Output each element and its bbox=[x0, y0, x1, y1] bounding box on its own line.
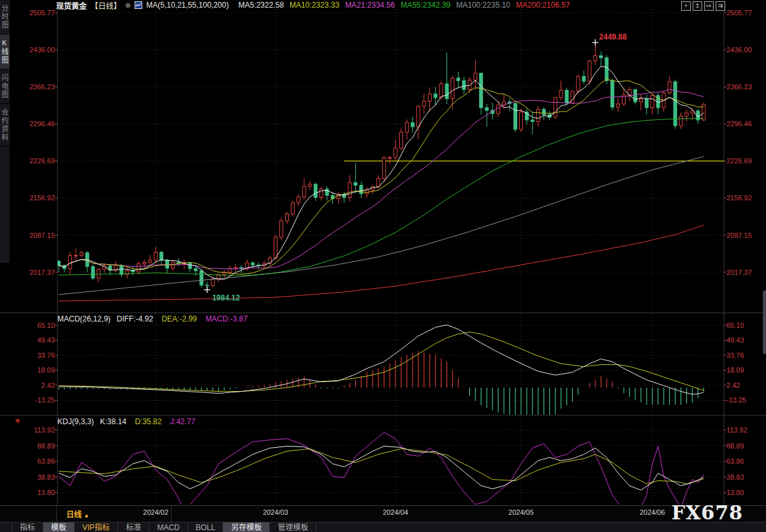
kdj-axis-label-right: 13.80 bbox=[726, 489, 744, 496]
macd-axis-label-left: -13.25 bbox=[15, 396, 55, 404]
ma-legend-value: MA5:2322.58 bbox=[239, 1, 284, 10]
date-axis-label: 2024/03 bbox=[263, 508, 288, 516]
ma-legend-value: MA55:2342.39 bbox=[401, 1, 450, 10]
macd-axis-label-right: 49.43 bbox=[726, 336, 744, 344]
ma-legend: MA5:2322.58MA10:2323.33MA21:2334.56MA55:… bbox=[233, 1, 570, 10]
date-axis-label: 2024/06 bbox=[640, 508, 665, 516]
ma-legend-value: MA10:2323.33 bbox=[290, 1, 339, 10]
chart-header: 现货黄金 【日线】 ⊕ MA(5,10,21,55,100,200) MA5:2… bbox=[56, 1, 570, 10]
period-label: 日线 bbox=[66, 510, 82, 519]
kdj-j-value: J:42.77 bbox=[170, 417, 195, 426]
kdj-axis-label-right: 38.83 bbox=[726, 473, 744, 481]
macd-dea-value: DEA:-2.99 bbox=[161, 314, 196, 323]
toolbar-tab-标准[interactable]: 标准 bbox=[118, 522, 149, 532]
expand-horizontal-icon[interactable]: ↦ bbox=[704, 1, 714, 11]
date-axis-label: 2024/04 bbox=[383, 508, 408, 516]
ma-settings-label: MA(5,10,21,55,100,200) bbox=[146, 1, 228, 10]
price-marker-cross bbox=[204, 286, 210, 293]
kdj-axis-label-left: 113.92 bbox=[15, 426, 55, 434]
macd-histogram bbox=[59, 351, 703, 418]
price-axis-label-right: 2366.23 bbox=[726, 83, 752, 91]
kdj-axis-label-right: 63.86 bbox=[726, 457, 744, 465]
price-axis-label-left: 2087.15 bbox=[15, 232, 55, 239]
macd-axis-label-left: 2.42 bbox=[15, 381, 55, 389]
price-axis-label-left: 2296.46 bbox=[15, 120, 55, 128]
toolbar-tab-指标[interactable]: 指标 bbox=[12, 522, 43, 532]
price-axis-label-left: 2436.00 bbox=[15, 46, 55, 54]
macd-title: MACD(26,12,9) bbox=[57, 314, 110, 323]
kdj-header: KDJ(9,3,3) K:38.14 D:35.82 J:42.77 bbox=[57, 417, 195, 426]
sidebar-tab-分时图[interactable]: 分时图 bbox=[0, 0, 10, 34]
macd-axis-label-right: 18.09 bbox=[726, 366, 744, 374]
toolbar-tab-VIP指标[interactable]: VIP指标 bbox=[75, 522, 118, 532]
macd-axis-label-right: -13.25 bbox=[726, 396, 746, 404]
price-axis-label-left: 2017.37 bbox=[15, 269, 55, 276]
shift-chart-icon[interactable]: ⇉ bbox=[716, 1, 725, 11]
price-axis-label-right: 2017.37 bbox=[726, 269, 752, 276]
kdj-axis-label-left: 63.86 bbox=[15, 457, 55, 465]
period-tag: 【日线】 bbox=[91, 0, 121, 11]
kdj-axis-label-left: 88.89 bbox=[15, 442, 55, 450]
crosshair-tool-icon[interactable]: + bbox=[681, 1, 691, 11]
price-axis-label-right: 2436.00 bbox=[726, 46, 752, 54]
price-axis-label-right: 2087.15 bbox=[726, 232, 752, 239]
low-price-annotation: 1984.12 bbox=[212, 293, 240, 302]
ma-legend-value: MA200:2106.57 bbox=[516, 1, 570, 10]
macd-axis-label-right: 33.76 bbox=[726, 351, 744, 359]
toolbar-tab-BOLL[interactable]: BOLL bbox=[188, 522, 224, 532]
kdj-lines bbox=[59, 432, 703, 506]
toolbar-tab-管理模板[interactable]: 管理模板 bbox=[270, 522, 316, 532]
high-price-annotation: 2449.88 bbox=[599, 33, 626, 41]
price-axis-label-left: 2226.69 bbox=[15, 157, 55, 165]
price-marker-cross bbox=[592, 40, 598, 46]
sidebar-tab-合约资料[interactable]: 合约资料 bbox=[0, 104, 10, 147]
sidebar-tab-闪电图[interactable]: 闪电图 bbox=[0, 70, 10, 104]
toolbar-tab-另存模板[interactable]: 另存模板 bbox=[223, 522, 270, 532]
axis-row-separator bbox=[171, 506, 172, 522]
kdj-axis-label-left: 13.80 bbox=[15, 489, 55, 496]
kdj-axis-label-right: 113.92 bbox=[726, 426, 748, 434]
price-axis-label-left: 2366.23 bbox=[15, 83, 55, 91]
chart-canvas[interactable] bbox=[0, 0, 766, 506]
expand-vertical-icon[interactable]: ↥ bbox=[693, 1, 702, 11]
macd-axis-label-right: 65.10 bbox=[726, 321, 744, 329]
price-axis-label-right: 2296.46 bbox=[726, 120, 752, 128]
ma-legend-value: MA21:2334.56 bbox=[345, 1, 395, 10]
kdj-title: KDJ(9,3,3) bbox=[57, 417, 94, 426]
bottom-toolbar: 指标模板VIP指标标准MACDBOLL另存模板管理模板 bbox=[0, 522, 766, 532]
ma-legend-value: MA100:2235.10 bbox=[456, 1, 510, 10]
macd-axis-label-left: 18.09 bbox=[15, 366, 55, 374]
sidebar-tab-K线图[interactable]: K线图 bbox=[0, 34, 10, 70]
macd-header: MACD(26,12,9) DIFF:-4.92 DEA:-2.99 MACD:… bbox=[57, 314, 247, 323]
symbol-title: 现货黄金 bbox=[56, 0, 87, 11]
kdj-d-value: D:35.82 bbox=[135, 417, 161, 426]
macd-diff-value: DIFF:-4.92 bbox=[117, 314, 153, 323]
date-axis-label: 2024/05 bbox=[508, 508, 534, 516]
price-axis-label-left: 2505.77 bbox=[15, 9, 55, 17]
price-axis-label-right: 2505.77 bbox=[726, 9, 752, 17]
expand-icon[interactable]: ⊕ bbox=[125, 1, 131, 10]
toolbar-tab-模板[interactable]: 模板 bbox=[43, 522, 75, 532]
axis-row-separator bbox=[56, 506, 57, 522]
macd-axis-label-left: 65.10 bbox=[15, 321, 55, 329]
scrollbar-thumb[interactable] bbox=[763, 290, 766, 354]
chart-toolbar-icons: +↥↦⇉ bbox=[681, 1, 725, 11]
macd-macd-value: MACD:-3.87 bbox=[205, 314, 247, 323]
period-arrow-icon: ▲ bbox=[84, 512, 89, 519]
date-axis-label: 2024/02 bbox=[143, 508, 168, 516]
sun-icon[interactable]: ☀ bbox=[14, 417, 21, 425]
pane-frame bbox=[0, 9, 766, 506]
price-axis-label-right: 2226.69 bbox=[726, 157, 752, 165]
period-selector[interactable]: 日线 ▲ bbox=[66, 508, 89, 519]
macd-axis-label-right: 2.42 bbox=[726, 381, 740, 389]
toolbar-lead-spacer bbox=[0, 522, 12, 532]
macd-axis-label-left: 33.76 bbox=[15, 351, 55, 359]
chart-app: 分时图K线图闪电图合约资料 现货黄金 【日线】 ⊕ MA(5,10,21,55,… bbox=[0, 0, 766, 532]
ma-settings-icon[interactable] bbox=[135, 1, 142, 9]
kdj-axis-label-left: 38.83 bbox=[15, 473, 55, 481]
sidebar: 分时图K线图闪电图合约资料 bbox=[0, 0, 10, 263]
toolbar-tab-MACD[interactable]: MACD bbox=[149, 522, 188, 532]
kdj-axis-label-right: 88.89 bbox=[726, 442, 744, 450]
price-axis-label-left: 2156.92 bbox=[15, 194, 55, 202]
macd-axis-label-left: 49.43 bbox=[15, 336, 55, 344]
